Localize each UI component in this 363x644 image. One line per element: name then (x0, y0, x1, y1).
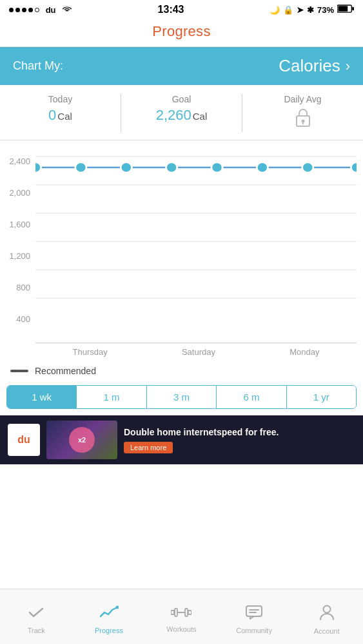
status-time: 13:43 (158, 4, 184, 15)
svg-point-20 (351, 162, 357, 173)
y-label-800: 800 (0, 283, 30, 292)
today-value: 0Cal (0, 107, 121, 124)
legend-label: Recommended (35, 366, 96, 376)
nav-item-account[interactable]: Account (290, 589, 363, 644)
signal-dot-1 (9, 8, 14, 12)
stats-row: Today 0Cal Goal 2,260Cal Daily Avg (0, 85, 363, 140)
app-header: Progress (0, 18, 363, 47)
x-axis: Thursday Saturday Monday (35, 343, 357, 361)
y-label-1200: 1,200 (0, 251, 30, 261)
status-right: 🌙 🔒 ➤ ✱ 73% (270, 5, 354, 15)
workouts-label: Workouts (166, 625, 196, 633)
bottom-nav: Track Progress Workouts (0, 589, 363, 644)
track-icon (27, 605, 45, 624)
svg-point-13 (35, 162, 41, 173)
time-btn-3m[interactable]: 3 m (147, 386, 217, 408)
signal-dot-2 (15, 8, 20, 12)
nav-item-track[interactable]: Track (0, 589, 73, 644)
signal-dot-3 (22, 8, 26, 12)
ad-title: Double home internetspeed for free. (124, 426, 355, 438)
y-label-400: 400 (0, 314, 30, 324)
account-label: Account (314, 627, 340, 635)
location-icon: ➤ (297, 5, 304, 15)
goal-label: Goal (121, 94, 242, 104)
wifi-icon (62, 5, 72, 15)
chart-area: 2,400 2,000 1,600 1,200 800 400 (0, 140, 363, 381)
y-label-2400: 2,400 (0, 156, 30, 166)
svg-rect-23 (188, 611, 191, 614)
track-label: Track (28, 627, 45, 634)
x-label-saturday: Saturday (182, 347, 215, 357)
chart-my-label: Chart My: (13, 59, 63, 73)
goal-value: 2,260Cal (121, 107, 242, 124)
chart-my-value: Calories (279, 56, 340, 76)
ad-text: Double home internetspeed for free. Lear… (124, 426, 355, 453)
svg-point-30 (323, 605, 330, 612)
svg-point-4 (301, 120, 304, 123)
today-label: Today (0, 94, 121, 104)
bluetooth-icon: ✱ (307, 5, 314, 15)
account-icon (319, 604, 335, 625)
signal-dot-5 (35, 8, 39, 12)
y-axis: 2,400 2,000 1,600 1,200 800 400 (0, 153, 35, 327)
x-label-monday: Monday (289, 347, 319, 357)
time-btn-6m[interactable]: 6 m (217, 386, 286, 408)
svg-point-19 (302, 162, 313, 173)
svg-rect-22 (171, 611, 174, 614)
lock-location-icon: 🔒 (283, 5, 293, 15)
nav-item-workouts[interactable]: Workouts (145, 589, 218, 644)
ad-logo: du (8, 424, 40, 456)
ad-banner[interactable]: du x2 Double home internetspeed for free… (0, 415, 363, 464)
progress-icon (99, 605, 119, 624)
svg-rect-1 (338, 6, 348, 11)
lock-icon (242, 107, 363, 132)
chevron-right-icon: › (346, 58, 350, 75)
community-label: Community (236, 627, 272, 634)
page-title: Progress (0, 23, 363, 40)
time-btn-1wk[interactable]: 1 wk (7, 386, 77, 408)
nav-item-community[interactable]: Community (218, 589, 291, 644)
community-icon (246, 605, 262, 624)
status-bar: du 13:43 🌙 🔒 ➤ ✱ 73% (0, 0, 363, 18)
svg-point-15 (121, 162, 132, 173)
svg-point-16 (166, 162, 177, 173)
svg-rect-27 (246, 606, 262, 616)
time-range-selector[interactable]: 1 wk 1 m 3 m 6 m 1 yr (6, 385, 357, 409)
ad-image: x2 (46, 421, 117, 459)
workouts-icon (171, 606, 191, 623)
svg-point-17 (211, 162, 222, 173)
time-btn-1yr[interactable]: 1 yr (287, 386, 356, 408)
chart-svg (35, 153, 357, 327)
ad-cta-button[interactable]: Learn more (124, 442, 173, 453)
battery-icon (337, 5, 354, 15)
progress-label: Progress (95, 627, 123, 634)
signal-dot-4 (28, 8, 33, 12)
legend-line (10, 370, 28, 372)
chart-inner (35, 153, 357, 327)
svg-point-14 (75, 162, 86, 173)
stat-today: Today 0Cal (0, 94, 121, 132)
moon-icon: 🌙 (270, 5, 280, 15)
ad-circle: x2 (69, 427, 95, 453)
carrier-name: du (46, 5, 56, 15)
chart-my-banner[interactable]: Chart My: Calories › (0, 47, 363, 85)
nav-item-progress[interactable]: Progress (73, 589, 146, 644)
chart-legend: Recommended (0, 361, 363, 381)
time-btn-1m[interactable]: 1 m (77, 386, 146, 408)
battery-percent: 73% (317, 5, 334, 15)
stat-goal: Goal 2,260Cal (121, 94, 242, 132)
y-label-1600: 1,600 (0, 220, 30, 229)
y-label-2000: 2,000 (0, 188, 30, 198)
svg-point-18 (257, 162, 268, 173)
stat-daily-avg: Daily Avg (242, 94, 363, 132)
status-left: du (9, 5, 72, 15)
svg-rect-2 (352, 7, 354, 11)
x-label-thursday: Thursday (73, 347, 108, 357)
chart-my-selector[interactable]: Calories › (279, 56, 350, 76)
daily-avg-label: Daily Avg (242, 94, 363, 104)
